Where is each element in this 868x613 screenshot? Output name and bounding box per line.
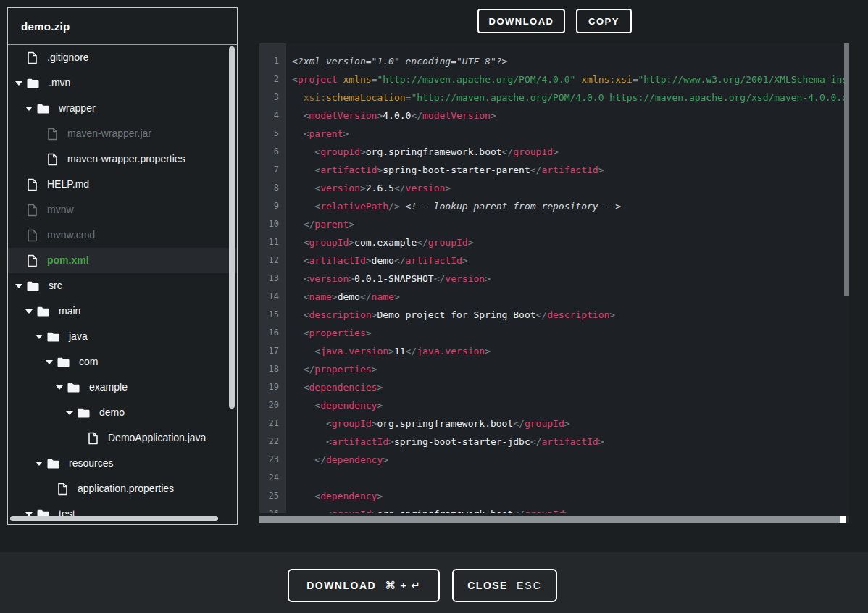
- file-icon: [57, 483, 68, 496]
- close-button[interactable]: CLOSE ESC: [452, 569, 557, 602]
- tree-item-label: HELP.md: [47, 172, 89, 197]
- code-line-content: <dependencies>: [286, 378, 383, 396]
- tree-item-label: main: [59, 299, 80, 324]
- caret-down-icon[interactable]: [46, 360, 53, 364]
- tree-item-mvnw-cmd[interactable]: mvnw.cmd: [8, 222, 237, 248]
- code-vertical-scrollbar[interactable]: [844, 43, 849, 296]
- code-area[interactable]: 1<?xml version="1.0" encoding="UTF-8"?>2…: [259, 43, 849, 513]
- code-line-content: <properties>: [286, 324, 372, 342]
- code-line-content: <groupId>org.springframework.boot</group…: [286, 414, 570, 433]
- code-line: 12 <artifactId>demo</artifactId>: [259, 251, 849, 270]
- tree-item-label: pom.xml: [47, 248, 89, 273]
- tree-horizontal-scrollbar[interactable]: [10, 516, 218, 521]
- folder-icon: [67, 383, 80, 393]
- code-line: 18 </properties>: [259, 360, 849, 378]
- code-line-content: <groupId>org.springframework.boot</group…: [286, 143, 559, 161]
- line-number: 18: [259, 360, 286, 378]
- tree-item-label: maven-wrapper.jar: [67, 121, 151, 146]
- code-line-content: <relativePath/> <!-- lookup parent from …: [286, 197, 621, 215]
- tree-item-mvnw[interactable]: mvnw: [8, 197, 237, 222]
- tree-item-label: DemoApplication.java: [108, 425, 206, 451]
- tree-item-src[interactable]: src: [8, 273, 237, 299]
- code-line: 24: [259, 469, 849, 487]
- tree-item-pom-xml[interactable]: pom.xml: [8, 248, 237, 273]
- code-line-content: <artifactId>spring-boot-starter-parent</…: [286, 161, 604, 179]
- tree-item-example[interactable]: example: [8, 375, 237, 400]
- caret-down-icon[interactable]: [15, 284, 22, 288]
- code-line-content: <modelVersion>4.0.0</modelVersion>: [286, 107, 496, 125]
- tree-item-label: mvnw: [47, 197, 74, 222]
- code-line-content: <name>demo</name>: [286, 288, 400, 306]
- code-line-content: <groupId>org.springframework.boot</group…: [286, 505, 570, 513]
- line-number: 15: [259, 306, 286, 324]
- explore-dialog: { "archive": { "title": "demo.zip" }, "t…: [0, 0, 868, 613]
- tree-item-main[interactable]: main: [8, 299, 237, 324]
- code-line: 10 </parent>: [259, 215, 849, 233]
- scrollbar-corner: [840, 516, 846, 523]
- line-number: 24: [259, 469, 286, 487]
- download-footer-label: DOWNLOAD: [306, 580, 376, 591]
- tree-item-demo[interactable]: demo: [8, 400, 237, 425]
- file-icon: [27, 51, 38, 64]
- file-tree: .gitignore.mvnwrappermaven-wrapper.jarma…: [8, 45, 237, 523]
- tree-vertical-scrollbar[interactable]: [229, 46, 235, 409]
- tree-item-maven-wrapper-properties[interactable]: maven-wrapper.properties: [8, 146, 237, 172]
- line-number: 1: [259, 52, 286, 70]
- folder-icon: [47, 459, 59, 469]
- folder-icon: [27, 281, 39, 291]
- code-line: 8 <version>2.6.5</version>: [259, 179, 849, 197]
- code-line: 6 <groupId>org.springframework.boot</gro…: [259, 143, 849, 161]
- caret-down-icon[interactable]: [66, 411, 73, 415]
- copy-button[interactable]: COPY: [576, 9, 632, 33]
- tree-item-label: resources: [69, 451, 113, 476]
- code-line-content: <version>2.6.5</version>: [286, 179, 451, 197]
- tree-item--mvn[interactable]: .mvn: [8, 70, 237, 96]
- tree-item-demoapplication-java[interactable]: DemoApplication.java: [8, 425, 237, 451]
- caret-down-icon[interactable]: [25, 309, 33, 314]
- tree-item-label: maven-wrapper.properties: [67, 146, 185, 172]
- folder-icon: [37, 104, 49, 114]
- folder-icon: [78, 408, 90, 418]
- tree-item--gitignore[interactable]: .gitignore: [8, 45, 237, 70]
- tree-item-label: example: [89, 375, 128, 400]
- tree-item-help-md[interactable]: HELP.md: [8, 172, 237, 197]
- caret-down-icon[interactable]: [36, 462, 43, 466]
- code-line-content: <project xmlns="http://maven.apache.org/…: [286, 70, 849, 88]
- tree-item-wrapper[interactable]: wrapper: [8, 96, 237, 121]
- tree-item-label: application.properties: [78, 476, 174, 501]
- code-line: 17 <java.version>11</java.version>: [259, 342, 849, 360]
- tree-item-maven-wrapper-jar[interactable]: maven-wrapper.jar: [8, 121, 237, 146]
- caret-down-icon[interactable]: [56, 385, 63, 390]
- caret-down-icon[interactable]: [36, 335, 43, 339]
- folder-icon: [47, 332, 59, 342]
- tree-item-com[interactable]: com: [8, 349, 237, 375]
- caret-down-icon[interactable]: [15, 81, 22, 86]
- code-line-content: xsi:schemaLocation="http://maven.apache.…: [286, 88, 849, 107]
- download-button-footer[interactable]: DOWNLOAD ⌘ + ↵: [288, 569, 440, 602]
- line-number: 3: [259, 88, 286, 107]
- tree-item-application-properties[interactable]: application.properties: [8, 476, 237, 501]
- code-line-content: <java.version>11</java.version>: [286, 342, 491, 360]
- line-number: 10: [259, 215, 286, 233]
- code-line: 16 <properties>: [259, 324, 849, 342]
- caret-down-icon[interactable]: [25, 107, 33, 111]
- code-line: 7 <artifactId>spring-boot-starter-parent…: [259, 161, 849, 179]
- code-horizontal-scrollbar[interactable]: [259, 516, 840, 523]
- tree-item-label: .mvn: [49, 70, 70, 96]
- tree-item-label: .gitignore: [47, 45, 89, 70]
- code-line-content: <artifactId>spring-boot-starter-jdbc</ar…: [286, 433, 604, 451]
- code-line-content: <?xml version="1.0" encoding="UTF-8"?>: [286, 52, 507, 70]
- tree-item-java[interactable]: java: [8, 324, 237, 349]
- line-number: 6: [259, 143, 286, 161]
- line-number: 4: [259, 107, 286, 125]
- code-line: 15 <description>Demo project for Spring …: [259, 306, 849, 324]
- code-line-content: <version>0.0.1-SNAPSHOT</version>: [286, 270, 491, 288]
- code-line-content: </properties>: [286, 360, 377, 378]
- tree-item-label: mvnw.cmd: [47, 222, 95, 248]
- code-line: 20 <dependency>: [259, 396, 849, 414]
- tree-item-resources[interactable]: resources: [8, 451, 237, 476]
- code-line: 14 <name>demo</name>: [259, 288, 849, 306]
- code-line-content: <parent>: [286, 125, 349, 143]
- line-number: 7: [259, 161, 286, 179]
- download-button-top[interactable]: DOWNLOAD: [477, 9, 565, 33]
